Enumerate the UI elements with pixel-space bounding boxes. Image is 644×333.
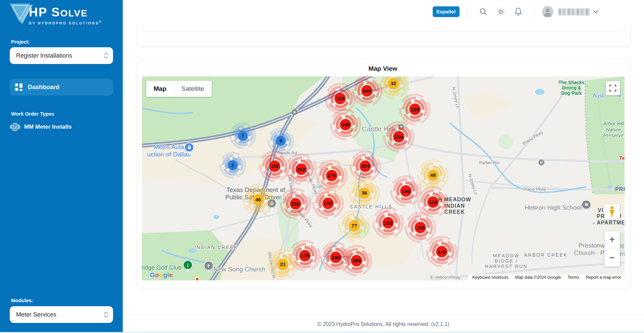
cluster-count: 32 (388, 78, 399, 89)
project-select-value: Register Installations (16, 52, 104, 59)
cluster-count: 266 (351, 255, 362, 266)
cluster-count: 48 (427, 170, 439, 181)
language-button[interactable]: Español (433, 6, 460, 17)
terms-link[interactable]: Terms (568, 275, 579, 280)
cluster-count: 77 (348, 220, 360, 231)
cluster-count: 118 (427, 196, 439, 208)
notifications-bell-icon[interactable] (514, 7, 523, 16)
map-data-attribution: Map data ©2024 Google (515, 275, 561, 280)
select-chevrons-icon (104, 311, 108, 318)
sidebar: HP SOLVE BY HYDROPRO SOLUTIONS® Project:… (0, 0, 123, 333)
cluster-count: 340 (361, 85, 373, 96)
cluster-count: 146 (400, 185, 412, 197)
water-meter-icon (10, 123, 20, 131)
cluster-count: 176 (299, 250, 311, 261)
cluster-count: 46 (253, 194, 264, 205)
brand-logo: HP SOLVE BY HYDROPRO SOLUTIONS® (9, 2, 123, 34)
cluster-count: 3 (228, 160, 238, 170)
page-footer: © 2023 HydroPro Solutions. All rights re… (123, 315, 644, 333)
google-map-canvas[interactable]: Windhaven PkwyN Josey LnCastle HillsPark… (142, 76, 625, 280)
map-type-satellite-button[interactable]: Satellite (174, 81, 212, 97)
cluster-count: 116 (334, 93, 346, 104)
map-card-title: Map View (142, 65, 624, 72)
cluster-count: 7 (238, 131, 248, 141)
map-type-control: Map Satellite (146, 81, 212, 97)
copyright-text: © 2023 HydroPro Solutions. All rights re… (317, 321, 449, 327)
cluster-count: 156 (269, 160, 280, 172)
cluster-count: 216 (393, 131, 405, 142)
header-divider (534, 5, 535, 18)
top-header: Español (123, 0, 644, 23)
brightness-icon[interactable] (496, 7, 505, 16)
pegman-icon (608, 206, 616, 217)
partial-top-card (137, 23, 631, 47)
project-label: Project: (11, 39, 123, 45)
brand-title: HP SOLVE (29, 6, 102, 18)
user-name-redacted (558, 8, 590, 15)
fullscreen-icon (609, 84, 616, 92)
cluster-count: 36 (359, 187, 370, 199)
pegman-control[interactable] (604, 204, 620, 219)
sidebar-item-dashboard-label: Dashboard (28, 84, 59, 91)
report-map-error-link[interactable]: Report a map error (586, 275, 621, 280)
sidebar-item-dashboard[interactable]: Dashboard (10, 79, 113, 95)
cluster-count: 21 (277, 259, 288, 270)
keyboard-shortcuts-link[interactable]: Keyboard shortcuts (472, 275, 508, 280)
fullscreen-button[interactable] (606, 81, 620, 95)
cluster-count: 248 (340, 119, 351, 130)
cluster-count: 195 (415, 222, 426, 233)
zoom-out-button[interactable]: − (604, 249, 620, 267)
cluster-count: 6 (276, 136, 286, 146)
dashboard-icon (15, 83, 23, 91)
modules-select[interactable]: Meter Services (10, 306, 113, 323)
project-select[interactable]: Register Installations (10, 47, 113, 64)
zoom-control: + − (604, 231, 620, 267)
google-logo[interactable]: Google (150, 271, 173, 279)
header-divider (467, 5, 467, 18)
brand-subtitle: BY HYDROPRO SOLUTIONS® (29, 20, 102, 25)
cluster-count: 262 (296, 163, 307, 175)
cluster-count: 169 (409, 104, 421, 115)
main-content: Map View (123, 23, 644, 315)
modules-label: Modules: (11, 297, 123, 303)
search-icon[interactable] (479, 7, 488, 16)
cluster-count: 240 (330, 252, 341, 263)
map-attribution-bar: Keyboard shortcuts Map data ©2024 Google… (468, 274, 625, 280)
map-type-map-button[interactable]: Map (146, 81, 174, 97)
map-view-card: Map View (137, 59, 631, 288)
user-menu-chevron-down-icon[interactable] (593, 10, 598, 13)
sidebar-item-mm-meter-installs-label: MM Meter Installs (24, 124, 72, 130)
cluster-count: 304 (360, 160, 371, 172)
zoom-in-button[interactable]: + (604, 231, 620, 249)
cluster-count: 183 (382, 217, 394, 228)
select-chevrons-icon (104, 52, 108, 59)
cluster-count: 153 (322, 198, 334, 209)
avatar[interactable] (542, 6, 553, 17)
cluster-count: 276 (326, 170, 337, 181)
sidebar-item-mm-meter-installs[interactable]: MM Meter Installs (10, 123, 123, 131)
work-order-types-heading: Work Order Types (11, 111, 123, 117)
modules-select-value: Meter Services (16, 311, 104, 318)
map-cluster-layer: 3234011616924821676315626230427648361464… (142, 76, 625, 280)
cluster-count: 110 (436, 246, 447, 257)
cluster-count: 258 (290, 198, 301, 209)
